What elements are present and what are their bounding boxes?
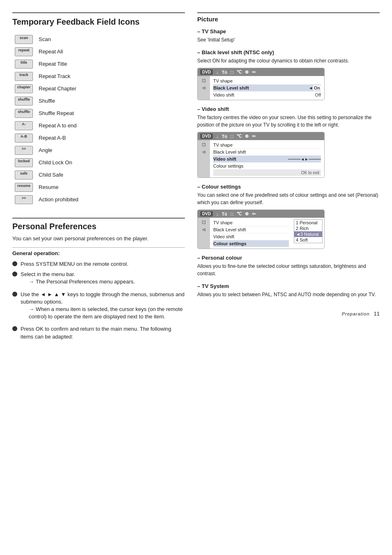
subsection: Personal colourAllows you to fine-tune t… [197, 255, 380, 277]
menu-icon: ⊲ [202, 227, 206, 233]
picture-title: Picture [197, 12, 380, 23]
icon-label: Repeat Chapter [36, 82, 185, 94]
icon-label: Repeat Title [36, 58, 185, 70]
list-item: >> Action prohibited [12, 193, 185, 205]
list-item: Select in the menu bar.→The Personal Pre… [12, 271, 185, 288]
menu-row: Black Level shift [213, 226, 289, 233]
icon-image: title [15, 60, 33, 69]
footer-label: Preparation [342, 311, 370, 316]
icon-label: Scan [36, 33, 185, 45]
body-text: Allows you to select between PAL, NTSC a… [197, 291, 380, 298]
dropdown-option: 1 Personal [294, 220, 322, 226]
arrow-item: →When a menu item is selected, the curso… [29, 306, 185, 320]
tv-menu-left-icons: ⊡⊲ [198, 218, 210, 249]
menu-row: Video shift Off [213, 92, 321, 98]
body-text: You can select one of five predefined se… [197, 191, 380, 206]
menu-icon: ⊡ [202, 219, 206, 225]
icon-image: repeat [15, 47, 33, 56]
list-item: locked Child Lock On [12, 156, 185, 168]
section2-title: Personal Preferences [12, 218, 185, 231]
menu-icon: ⊡ [202, 142, 206, 147]
list-item: Press OK to confirm and return to the ma… [12, 325, 185, 340]
right-column: Picture TV ShapeSee 'Initial Setup'Black… [197, 12, 380, 543]
tv-menu: DVD ↓ Tó□℃⊕⇦ ⊡⊲ TV shape Black Level shi… [197, 68, 325, 100]
menu-row: Black Level shift [213, 149, 321, 156]
menu-row: Black Level shift ◄On [213, 85, 321, 92]
menu-row: Video shift ———◄►——— [213, 156, 321, 163]
menu-row: TV shape [213, 78, 321, 85]
icon-label: Child Safe [36, 168, 185, 181]
left-column: Temporary Feedback Field Icons scan Scan… [12, 12, 185, 543]
icons-table: scan Scan repeat Repeat All title Repeat… [12, 33, 185, 205]
tv-menu-left-icons: ⊡⊲ [198, 140, 210, 177]
list-item: A- Repeat A to end [12, 119, 185, 131]
subsections-container: TV ShapeSee 'Initial Setup'Black level s… [197, 28, 380, 298]
tv-menu-body: ⊡⊲ TV shape Black Level shift Video shif… [198, 218, 324, 249]
gen-op-title: General operation: [12, 247, 185, 256]
list-item: scan Scan [12, 33, 185, 45]
sub-heading: Black level shift (NTSC only) [197, 49, 380, 55]
icon-label: Resume [36, 181, 185, 193]
menu-icon: ⊲ [202, 149, 206, 155]
tv-menu-left-icons: ⊡⊲ [198, 76, 210, 100]
bullet-dot [12, 292, 17, 297]
icon-image: shuffle [15, 97, 33, 106]
sub-heading: Colour settings [197, 184, 380, 190]
icon-label: Shuffle [36, 94, 185, 107]
menu-row: Video shift [213, 233, 289, 240]
section1-title: Temporary Feedback Field Icons [12, 12, 185, 27]
pref-intro: You can set your own personal preference… [12, 235, 185, 242]
tv-menu-content: TV shape Black Level shift ◄On Video shi… [210, 76, 324, 100]
menu-dropdown: 1 Personal2 Rich◄3 Natural4 Soft [294, 219, 323, 243]
icon-image: resume [15, 183, 33, 192]
icon-image: track [15, 72, 33, 81]
list-item: Press SYSTEM MENU on the remote control. [12, 260, 185, 268]
list-item: track Repeat Track [12, 70, 185, 82]
icon-image: A- [15, 121, 33, 130]
list-item: A-B Repeat A-B [12, 131, 185, 144]
icon-image: locked [15, 158, 33, 167]
icon-image: chapter [15, 84, 33, 93]
body-text: Allows you to fine-tune the selected col… [197, 263, 380, 277]
list-item: safe Child Safe [12, 168, 185, 181]
dropdown-option: 4 Soft [294, 237, 322, 243]
footer-page: 11 [374, 311, 380, 317]
list-item: title Repeat Title [12, 58, 185, 70]
dvd-label: DVD [200, 134, 213, 139]
arrow-item: →The Personal Preferences menu appears. [29, 278, 135, 286]
tv-menu: DVD ↓ Tó□℃⊕⇦ ⊡⊲ TV shape Black Level shi… [197, 132, 325, 178]
tv-menu-topbar: DVD ↓ Tó□℃⊕⇦ [198, 68, 324, 76]
list-item: chapter Repeat Chapter [12, 82, 185, 94]
tv-menu: DVD ↓ Tó□℃⊕⇦ ⊡⊲ TV shape Black Level shi… [197, 210, 325, 249]
body-text: Select ON for adapting the colour dynami… [197, 57, 380, 64]
tv-menu-content: TV shape Black Level shift Video shift C… [210, 218, 292, 249]
list-item: repeat Repeat All [12, 45, 185, 58]
menu-icon: ⊲ [202, 85, 206, 91]
icon-image: A-B [15, 134, 33, 143]
icon-label: Repeat All [36, 45, 185, 58]
tv-menu-dropdown-col: 1 Personal2 Rich◄3 Natural4 Soft [292, 218, 324, 249]
page-footer: Preparation 11 [197, 311, 380, 317]
sub-heading: Personal colour [197, 255, 380, 261]
tv-menu-topbar: DVD ↓ Tó□℃⊕⇦ [198, 132, 324, 140]
sub-heading: TV System [197, 283, 380, 289]
tv-menu-body: ⊡⊲ TV shape Black Level shift ◄On Video … [198, 76, 324, 100]
icon-image: >> [15, 146, 33, 155]
menu-icon: ⊡ [202, 78, 206, 83]
dropdown-option: ◄3 Natural [294, 231, 322, 237]
menu-row: TV shape [213, 219, 289, 226]
subsection: Video shiftThe factory centres the video… [197, 106, 380, 178]
list-item: resume Resume [12, 181, 185, 193]
tv-menu-topbar: DVD ↓ Tó□℃⊕⇦ [198, 210, 324, 218]
icon-label: Shuffle Repeat [36, 107, 185, 119]
icon-label: Repeat Track [36, 70, 185, 82]
menu-row: TV shape [213, 142, 321, 149]
icon-label: Repeat A-B [36, 131, 185, 144]
bullet-dot [12, 272, 17, 276]
subsection: Colour settingsYou can select one of fiv… [197, 184, 380, 249]
subsection: Black level shift (NTSC only)Select ON f… [197, 49, 380, 100]
body-text: The factory centres the video on your sc… [197, 114, 380, 129]
list-item: shuffle Shuffle [12, 94, 185, 107]
bullets-list: Press SYSTEM MENU on the remote control.… [12, 260, 185, 341]
sub-heading: TV Shape [197, 28, 380, 35]
